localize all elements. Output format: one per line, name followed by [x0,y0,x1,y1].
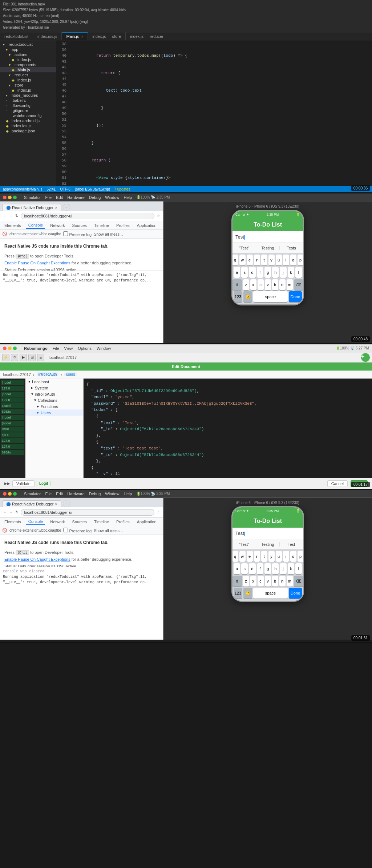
key-space[interactable]: space [253,291,288,302]
key2-x[interactable]: x [250,576,256,587]
node-item-11[interactable]: 127.0 [1,444,24,449]
tab-index-store[interactable]: index.js — store [88,32,126,40]
browser-tab-debugger-2[interactable]: 🔵 React Native Debugger × [2,500,61,507]
key2-i[interactable]: i [283,551,289,562]
pause-exceptions-link-2[interactable]: Enable Pause On Caught Exceptions [4,557,70,561]
node-item-10[interactable]: 127.0 [1,438,24,443]
tree-item-reducer-index[interactable]: ◆ index.js [0,77,56,83]
node-item-6[interactable]: [nodel [1,415,24,420]
node-item-4[interactable]: Listed [1,403,24,408]
devtools-tab-elements[interactable]: Elements [2,223,23,228]
devtools-tab-timeline[interactable]: Timeline [92,223,111,228]
tree-item-actions[interactable]: ▾ actions [0,52,56,57]
key-shift[interactable]: ⇧ [232,279,242,290]
toolbar-refresh-btn[interactable]: ↻ [11,354,18,361]
node-item-7[interactable]: (nodel [1,421,24,426]
node-item-8[interactable]: librar [1,427,24,432]
clear-console-icon-2[interactable]: 🚫 [2,528,7,533]
robomongo-json-editor[interactable]: { "_id" : ObjectId("57b71db6d0f2299e69c6… [84,379,372,478]
minimize-button-3[interactable] [8,492,12,496]
tree-item-flowconfig[interactable]: · .flowconfig [0,103,56,108]
forward-icon[interactable]: → [9,214,13,218]
key-p[interactable]: p [298,255,304,265]
tree-item-ios[interactable]: ◆ index.ios.js [0,123,56,128]
menu-debug[interactable]: Debug [89,195,101,200]
key2-s[interactable]: s [241,563,248,574]
sidebar-item-localhost[interactable]: ▾ Localhost [25,379,83,385]
minimize-button[interactable] [8,196,12,199]
minimize-button-2[interactable] [8,347,12,350]
tab-main-js[interactable]: Main.js × [62,32,88,40]
key-y[interactable]: y [268,255,275,265]
key-b[interactable]: b [272,279,278,290]
key-m[interactable]: m [287,279,293,290]
key2-w[interactable]: w [239,551,246,562]
tab-index-reducer[interactable]: index.js — reducer [126,32,168,40]
key2-r[interactable]: r [254,551,260,562]
cancel-button[interactable]: Cancel [327,480,348,487]
tree-item-node-modules[interactable]: ▸ node_modules [0,93,56,98]
node-item-12[interactable]: 626/to [1,450,24,455]
key-i[interactable]: i [283,255,289,265]
key2-c[interactable]: c [258,576,264,587]
key2-d[interactable]: d [249,563,255,574]
key-g[interactable]: g [264,267,271,278]
bookmark-icon[interactable]: ☆ [157,213,160,218]
key2-backspace[interactable]: ⌫ [294,576,303,587]
pause-exceptions-link[interactable]: Enable Pause On Caught Exceptions [4,261,70,265]
robomongo-menu-file[interactable]: File [53,346,59,351]
node-item-0[interactable]: [nodel [1,380,24,385]
autocomplete-item-1[interactable]: Testing [256,246,280,250]
menu-file-2[interactable]: File [45,492,52,496]
bookmark-icon-2[interactable]: ☆ [157,510,160,515]
tree-item-babelrc[interactable]: · .babelrc [0,98,56,103]
menu-help[interactable]: Help [124,195,132,200]
validate-button[interactable]: Validate [12,480,35,487]
key-w[interactable]: w [239,255,246,265]
key-k[interactable]: k [288,267,294,278]
add-connection-btn[interactable]: + [361,353,370,362]
preserve-log-checkbox-2[interactable] [63,528,68,532]
maximize-button-2[interactable] [13,347,17,350]
tree-item-root[interactable]: ▾ reduxtodoList [0,42,56,47]
key-t[interactable]: t [261,255,267,265]
forward-icon-2[interactable]: → [9,510,13,515]
menu-file[interactable]: File [45,195,52,200]
sidebar-item-introtoauth[interactable]: ▾ introToAuth [25,391,83,397]
reload-icon[interactable]: ↻ [15,213,19,218]
tree-item-store-index[interactable]: ◆ index.js [0,88,56,93]
key2-num[interactable]: 123 [234,588,242,599]
key-x[interactable]: x [250,279,256,290]
devtools-tab-sources[interactable]: Sources [70,223,89,228]
back-icon[interactable]: ← [3,214,7,218]
url-input-2[interactable]: localhost:8081/debugger-ui [21,509,154,516]
autocomplete-item-0[interactable]: "Test" [232,246,256,250]
autocomplete-item-2[interactable]: Tests [280,246,303,250]
menu-window-2[interactable]: Window [105,492,119,496]
devtools-tab-console[interactable]: Console [26,222,45,229]
new-tab-button-2[interactable]: + [63,500,70,507]
tree-item-actions-index[interactable]: ◆ index.js [0,57,56,62]
sidebar-item-users[interactable]: ▸ Users [25,409,83,416]
key2-e[interactable]: e [247,551,253,562]
tree-item-components[interactable]: ▾ components [0,62,56,67]
key-num[interactable]: 123 [234,291,242,302]
key-h[interactable]: h [272,267,279,278]
key-v[interactable]: v [265,279,271,290]
robomongo-menu-window[interactable]: Window [97,346,111,351]
key2-m[interactable]: m [287,576,293,587]
key2-h[interactable]: h [272,563,279,574]
key-done[interactable]: Done [289,291,302,302]
toolbar-text-btn[interactable]: ≡ [37,354,44,361]
devtools-tab-timeline-2[interactable]: Timeline [92,519,111,525]
toolbar-execute-btn[interactable]: ▶ [20,354,27,361]
key-f[interactable]: f [257,267,263,278]
menu-hardware-2[interactable]: Hardware [67,492,85,496]
node-item-5[interactable]: 626/to [1,409,24,414]
key2-b[interactable]: b [272,576,278,587]
close-button-3[interactable] [3,492,7,496]
devtools-tab-network-2[interactable]: Network [48,519,67,525]
key2-done[interactable]: Done [289,588,302,599]
key2-a[interactable]: a [234,563,240,574]
key2-g[interactable]: g [264,563,271,574]
